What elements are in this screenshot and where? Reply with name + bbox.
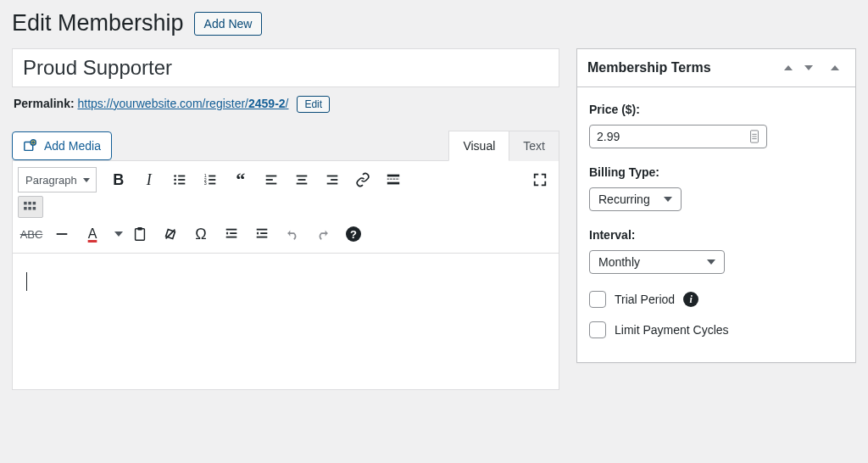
outdent-icon[interactable]	[218, 221, 245, 247]
info-icon[interactable]: i	[683, 292, 698, 307]
add-media-button[interactable]: Add Media	[12, 131, 112, 160]
svg-rect-27	[393, 179, 395, 180]
editor-content-area[interactable]	[13, 254, 559, 389]
bullet-list-icon[interactable]	[166, 167, 193, 192]
svg-rect-37	[136, 229, 145, 241]
svg-point-6	[174, 182, 176, 185]
hr-icon[interactable]	[48, 221, 75, 247]
svg-rect-41	[226, 237, 237, 238]
link-icon[interactable]	[349, 167, 376, 192]
svg-rect-13	[209, 183, 215, 185]
svg-rect-11	[209, 179, 215, 181]
italic-icon[interactable]: I	[136, 167, 163, 192]
svg-rect-3	[178, 176, 185, 177]
svg-rect-9	[209, 176, 215, 177]
price-input[interactable]: 2.99	[589, 125, 767, 148]
svg-rect-23	[387, 175, 399, 177]
svg-rect-33	[24, 207, 27, 210]
panel-title: Membership Terms	[587, 60, 776, 75]
strikethrough-icon[interactable]: ABC	[18, 221, 45, 247]
svg-rect-31	[28, 202, 31, 205]
svg-rect-38	[137, 227, 142, 231]
svg-rect-5	[178, 179, 185, 181]
svg-rect-17	[296, 176, 307, 177]
price-label: Price ($):	[589, 103, 843, 116]
panel-move-down-icon[interactable]	[796, 58, 816, 78]
svg-rect-18	[298, 179, 305, 181]
svg-text:3: 3	[204, 181, 207, 186]
svg-rect-29	[387, 182, 399, 185]
svg-point-2	[174, 175, 176, 177]
svg-rect-34	[28, 207, 31, 210]
svg-rect-32	[33, 202, 36, 205]
panel-toggle-icon[interactable]	[825, 58, 845, 78]
svg-rect-22	[326, 183, 337, 185]
readmore-icon[interactable]	[380, 167, 407, 192]
editor-tabs: Visual Text	[448, 130, 559, 160]
format-select[interactable]: Paragraph	[18, 167, 97, 192]
svg-rect-36	[57, 233, 68, 235]
svg-rect-16	[265, 183, 276, 185]
redo-icon[interactable]	[309, 221, 337, 247]
numbered-list-icon[interactable]: 123	[197, 167, 224, 192]
paste-icon[interactable]	[126, 221, 153, 247]
svg-rect-26	[390, 179, 392, 180]
billing-type-select[interactable]: Recurring	[589, 187, 682, 211]
svg-rect-7	[178, 183, 185, 185]
undo-icon[interactable]	[279, 221, 306, 247]
limit-cycles-label: Limit Payment Cycles	[615, 323, 729, 337]
toolbar-toggle-icon[interactable]	[18, 196, 43, 218]
interval-select[interactable]: Monthly	[589, 250, 725, 274]
text-cursor	[26, 272, 27, 291]
svg-rect-28	[396, 179, 398, 180]
align-center-icon[interactable]	[288, 167, 315, 192]
title-input[interactable]	[13, 49, 559, 86]
svg-point-4	[174, 179, 176, 181]
billing-type-label: Billing Type:	[589, 165, 843, 179]
chevron-down-icon	[707, 259, 715, 265]
special-char-icon[interactable]: Ω	[187, 221, 214, 247]
svg-rect-43	[260, 232, 267, 234]
svg-rect-40	[230, 232, 236, 234]
bold-icon[interactable]: B	[105, 167, 132, 192]
trial-period-checkbox[interactable]	[589, 291, 606, 308]
permalink-label: Permalink:	[14, 97, 75, 110]
svg-rect-25	[387, 179, 389, 180]
svg-rect-15	[265, 179, 272, 181]
svg-rect-19	[296, 183, 307, 185]
textcolor-icon[interactable]: A	[79, 221, 106, 247]
align-right-icon[interactable]	[319, 167, 346, 192]
chevron-down-icon	[664, 197, 672, 202]
svg-rect-14	[265, 176, 276, 177]
quote-icon[interactable]: “	[227, 167, 254, 192]
page-title: Edit Membership	[12, 10, 184, 36]
svg-rect-21	[331, 179, 337, 181]
toolbar: Paragraph B I 123 “	[13, 161, 559, 254]
clear-format-icon[interactable]	[157, 221, 184, 247]
panel-move-up-icon[interactable]	[776, 58, 796, 78]
permalink-edit-button[interactable]: Edit	[297, 96, 330, 113]
svg-rect-42	[257, 229, 268, 231]
title-wrap	[12, 48, 559, 87]
interval-label: Interval:	[589, 228, 843, 242]
indent-icon[interactable]	[248, 221, 275, 247]
textcolor-dropdown-icon[interactable]	[109, 221, 123, 247]
add-new-button[interactable]: Add New	[194, 12, 263, 36]
fullscreen-icon[interactable]	[526, 167, 554, 192]
help-icon[interactable]: ?	[340, 221, 367, 247]
add-media-label: Add Media	[44, 139, 101, 153]
tab-text[interactable]: Text	[509, 131, 559, 161]
svg-rect-44	[257, 237, 268, 238]
input-spinner-icon[interactable]	[749, 130, 760, 143]
tab-visual[interactable]: Visual	[448, 131, 509, 161]
media-icon	[23, 138, 38, 153]
trial-period-label: Trial Period	[615, 293, 675, 306]
membership-terms-panel: Membership Terms Price ($): 2.99 Bill	[576, 48, 856, 363]
svg-rect-35	[33, 207, 36, 210]
svg-rect-20	[326, 176, 337, 177]
permalink-link[interactable]: https://yourwebsite.com/register/2459-2/	[77, 97, 288, 110]
svg-rect-30	[24, 202, 27, 205]
svg-rect-39	[226, 229, 237, 231]
limit-cycles-checkbox[interactable]	[589, 321, 606, 338]
align-left-icon[interactable]	[258, 167, 285, 192]
